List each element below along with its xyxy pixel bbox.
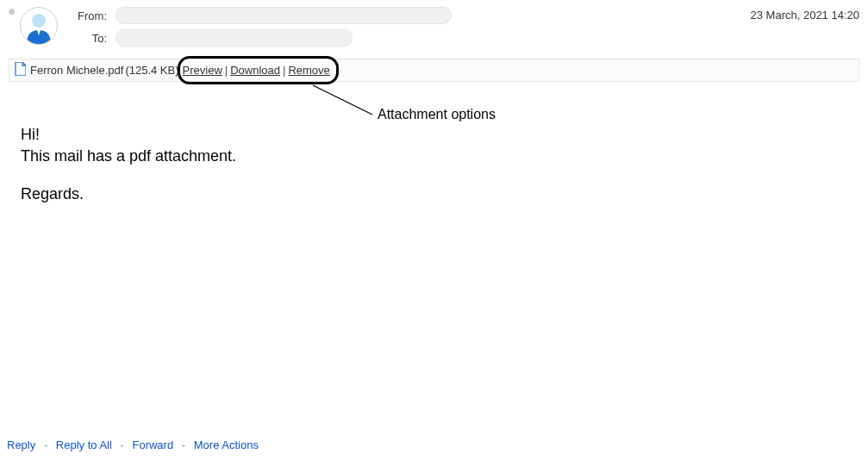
from-value-pill	[116, 7, 452, 24]
avatar	[20, 7, 58, 45]
separator: |	[283, 64, 285, 77]
from-row: From:	[68, 7, 452, 24]
attachment-bar: Ferron Michele.pdf (125.4 KB) Preview | …	[9, 59, 859, 82]
forward-link[interactable]: Forward	[132, 438, 173, 451]
to-value-pill	[116, 29, 353, 47]
body-line: Hi!	[21, 125, 868, 145]
annotation-label: Attachment options	[378, 107, 496, 122]
reply-all-link[interactable]: Reply to All	[56, 438, 112, 451]
separator: |	[225, 64, 228, 77]
svg-line-1	[313, 85, 372, 115]
header-fields: From: To:	[68, 7, 452, 47]
to-row: To:	[68, 29, 452, 47]
separator: -	[121, 438, 124, 451]
from-label: From:	[68, 9, 107, 22]
svg-point-0	[32, 14, 46, 28]
email-body: Hi! This mail has a pdf attachment. Rega…	[21, 125, 868, 204]
more-actions-link[interactable]: More Actions	[194, 438, 259, 451]
timestamp: 23 March, 2021 14:20	[751, 9, 859, 22]
body-line: This mail has a pdf attachment.	[21, 146, 868, 166]
attachment-options: Preview | Download | Remove	[183, 64, 330, 77]
remove-link[interactable]: Remove	[288, 64, 329, 77]
footer-actions: Reply - Reply to All - Forward - More Ac…	[7, 438, 259, 451]
reply-link[interactable]: Reply	[7, 438, 35, 451]
attachment-filename: Ferron Michele.pdf	[30, 64, 123, 77]
file-icon	[15, 62, 26, 78]
to-label: To:	[68, 32, 107, 45]
email-header: From: To: 23 March, 2021 14:20	[0, 0, 868, 47]
avatar-person-icon	[22, 9, 56, 44]
download-link[interactable]: Download	[230, 64, 280, 77]
separator: -	[182, 438, 185, 451]
attachment-size: (125.4 KB)	[125, 64, 178, 77]
preview-link[interactable]: Preview	[183, 64, 222, 77]
separator: -	[44, 438, 47, 451]
status-dot-icon	[9, 9, 15, 15]
body-line: Regards.	[21, 184, 868, 204]
